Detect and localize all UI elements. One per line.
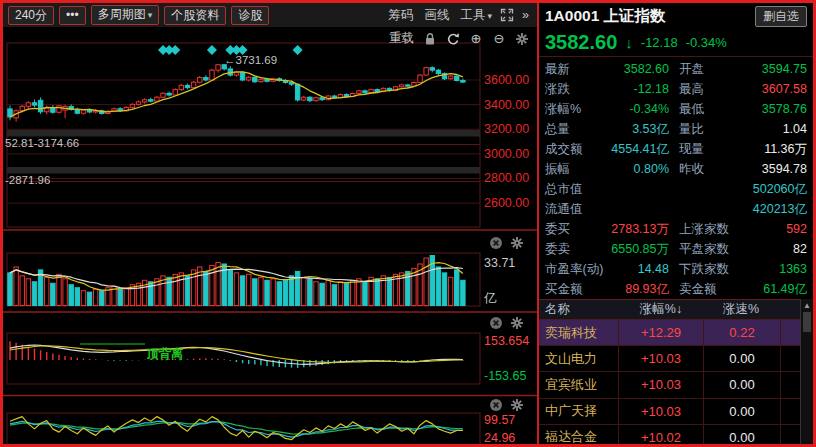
col-header-speed[interactable]: 涨速%: [703, 301, 779, 318]
stock-title: 1A0001 上证指数: [545, 6, 666, 27]
stat-label: 上涨家数: [679, 221, 747, 238]
close-pane-icon[interactable]: [489, 398, 503, 412]
undo-icon[interactable]: [446, 32, 460, 46]
ranking-row[interactable]: 福达合金+10.020.00: [539, 425, 801, 447]
ranking-row[interactable]: 奕瑞科技+12.290.22: [539, 320, 801, 346]
stat-label: 成交额: [545, 141, 609, 158]
table-scrollbar[interactable]: ▲: [800, 299, 813, 444]
stat-label: 最新: [545, 61, 609, 78]
quote-stat-row: 总市值502060亿: [539, 179, 813, 199]
ranking-row[interactable]: 中广天择+10.030.00: [539, 399, 801, 425]
empty-cell: [781, 320, 801, 345]
col-header-change[interactable]: 涨幅%↓: [619, 301, 703, 318]
quote-stat-row: 委卖6550.85万平盘家数82: [539, 239, 813, 259]
scroll-up-icon[interactable]: ▲: [803, 301, 811, 310]
change-pct-cell: +10.03: [619, 346, 704, 371]
fullscreen-icon[interactable]: [500, 8, 514, 22]
stat-label: 振幅: [545, 161, 609, 178]
scrollbar-thumb[interactable]: [803, 312, 811, 332]
price-row: 3582.60 ↓ -12.18 -0.34%: [539, 29, 813, 57]
gear-icon[interactable]: [510, 236, 524, 250]
quote-stat-row: 涨跌-12.18最高3607.58: [539, 79, 813, 99]
stat-label: 买金额: [545, 281, 609, 298]
stat-value: 82: [747, 242, 807, 256]
speed-cell: 0.00: [704, 425, 781, 447]
macd-divergence-annotation: 顶背离: [146, 346, 184, 363]
gear-icon[interactable]: [510, 398, 524, 412]
last-price: 3582.60: [545, 31, 617, 54]
change-pct-cell: +10.02: [619, 425, 704, 447]
stock-info-button[interactable]: 个股资料: [164, 6, 226, 25]
empty-cell: [781, 346, 801, 371]
chips-button[interactable]: 筹码: [389, 7, 414, 24]
stat-value: -12.18: [609, 82, 669, 96]
stat-label: 平盘家数: [679, 241, 747, 258]
quote-panel: 1A0001 上证指数 删自选 3582.60 ↓ -12.18 -0.34% …: [537, 3, 813, 444]
change-pct-cell: +12.29: [619, 320, 704, 345]
chart-canvas[interactable]: [3, 3, 537, 444]
chart-region: 240分 ••• 多周期图▾ 个股资料 诊股 筹码 画线 工具▾ » 重载 ⊕ …: [3, 3, 537, 444]
price-change-pct: -0.34%: [686, 35, 727, 50]
draw-line-button[interactable]: 画线: [425, 7, 450, 24]
empty-cell: [781, 425, 801, 447]
zoom-in-icon[interactable]: ⊕: [469, 32, 483, 46]
kdj-pane-controls: [489, 398, 524, 412]
stat-value: 3607.58: [747, 82, 807, 96]
stat-label: 涨跌: [545, 81, 609, 98]
more-periods-button[interactable]: •••: [59, 6, 86, 25]
stat-value: 0.80%: [609, 162, 669, 176]
stat-value: 3582.60: [609, 62, 669, 76]
stock-name-cell: 宜宾纸业: [539, 372, 619, 397]
stat-label: 市盈率(动): [545, 261, 609, 278]
stat-value: 61.49亿: [747, 281, 807, 298]
quote-header: 1A0001 上证指数 删自选: [539, 3, 813, 29]
y-axis-tick-label: 2600.00: [484, 196, 529, 210]
stat-label: 流通值: [545, 201, 609, 218]
stat-value: 2783.13万: [609, 221, 669, 238]
reload-button[interactable]: 重载: [389, 30, 414, 47]
y-axis-tick-label: 2800.00: [484, 171, 529, 185]
gap-annotation-2: -2871.96: [5, 174, 50, 186]
quote-stat-row: 买金额89.93亿卖金额61.49亿: [539, 279, 813, 299]
tools-label: 工具: [461, 8, 486, 22]
remove-watchlist-button[interactable]: 删自选: [755, 6, 807, 27]
change-pct-cell: +10.03: [619, 372, 704, 397]
lock-icon[interactable]: [423, 32, 437, 46]
tools-dropdown[interactable]: 工具▾: [461, 7, 493, 24]
chevron-down-icon: ▾: [488, 11, 493, 21]
collapse-panel-icon[interactable]: »: [522, 8, 529, 22]
close-pane-icon[interactable]: [489, 236, 503, 250]
stat-label: 量比: [679, 121, 747, 138]
period-button[interactable]: 240分: [8, 6, 54, 25]
stat-value: -0.34%: [609, 102, 669, 116]
stat-value: 1363: [747, 262, 807, 276]
stat-value: 3578.76: [747, 102, 807, 116]
ranking-row[interactable]: 文山电力+10.030.00: [539, 346, 801, 372]
peak-price-annotation: ←3731.69: [224, 54, 277, 66]
multi-period-dropdown[interactable]: 多周期图▾: [91, 5, 160, 25]
speed-cell: 0.00: [704, 372, 781, 397]
zoom-out-icon[interactable]: ⊖: [492, 32, 506, 46]
stat-label: 涨幅%: [545, 101, 609, 118]
volume-pane-controls: [489, 236, 524, 250]
diagnose-button[interactable]: 诊股: [231, 6, 269, 25]
gear-icon[interactable]: [510, 316, 524, 330]
quote-stat-row: 成交额4554.41亿现量11.36万: [539, 139, 813, 159]
speed-cell: 0.00: [704, 399, 781, 424]
quote-stat-row: 委买2783.13万上涨家数592: [539, 219, 813, 239]
close-pane-icon[interactable]: [489, 316, 503, 330]
stat-value: 502060亿: [609, 181, 807, 198]
stat-label: 委卖: [545, 241, 609, 258]
stock-name-cell: 奕瑞科技: [539, 320, 619, 345]
col-header-name[interactable]: 名称: [539, 301, 619, 318]
stat-value: 6550.85万: [609, 241, 669, 258]
change-pct-cell: +10.03: [619, 399, 704, 424]
stat-value: 3594.75: [747, 62, 807, 76]
stock-name: 上证指数: [604, 7, 666, 24]
stat-label: 委买: [545, 221, 609, 238]
quote-stat-row: 涨幅%-0.34%最低3578.76: [539, 99, 813, 119]
gear-icon[interactable]: [515, 32, 529, 46]
ranking-row[interactable]: 宜宾纸业+10.030.00: [539, 372, 801, 398]
chart-quick-tools: 重载 ⊕ ⊖: [389, 30, 529, 47]
stat-label: 下跌家数: [679, 261, 747, 278]
